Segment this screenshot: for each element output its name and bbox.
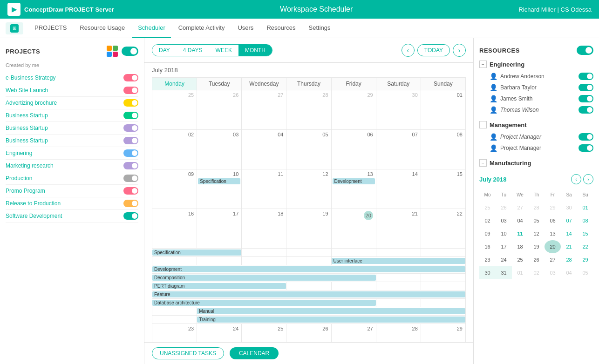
project-toggle[interactable] <box>123 112 138 119</box>
calendar-cell[interactable]: 26 <box>197 90 242 130</box>
project-name[interactable]: e-Business Strategy <box>6 74 55 81</box>
calendar-cell[interactable]: 15 <box>421 169 465 209</box>
unassigned-tasks-button[interactable]: UNASSIGNED TASKS <box>152 347 224 359</box>
prev-button[interactable]: ‹ <box>402 44 415 57</box>
mini-calendar-cell[interactable]: 11 <box>512 227 528 240</box>
mini-calendar-cell[interactable]: 01 <box>512 266 528 279</box>
nav-projects[interactable]: PROJECTS <box>29 19 72 38</box>
mini-calendar-cell[interactable]: 01 <box>577 201 593 214</box>
calendar-cell[interactable]: 22 <box>421 209 465 249</box>
mini-prev-button[interactable]: ‹ <box>571 174 581 184</box>
calendar-cell[interactable]: 21 <box>376 209 421 249</box>
view-day[interactable]: DAY <box>152 45 177 56</box>
project-toggle[interactable] <box>123 187 138 195</box>
mini-calendar-cell[interactable]: 19 <box>528 240 545 253</box>
mini-calendar-cell[interactable]: 05 <box>577 266 593 279</box>
calendar-cell[interactable]: 05 <box>286 130 331 169</box>
calendar-cell[interactable]: 24 <box>197 324 242 343</box>
calendar-cell[interactable]: 10Specification <box>197 169 242 209</box>
calendar-cell[interactable]: 09 <box>152 169 197 209</box>
project-toggle[interactable] <box>123 149 138 157</box>
project-name[interactable]: Release to Production <box>6 200 61 207</box>
calendar-cell[interactable]: 29 <box>331 90 376 130</box>
project-name[interactable]: Business Startup <box>6 137 48 144</box>
mini-calendar-cell[interactable]: 24 <box>496 253 512 266</box>
mini-calendar-cell[interactable]: 09 <box>479 227 496 240</box>
calendar-cell[interactable]: 29 <box>421 324 465 343</box>
mini-next-button[interactable]: › <box>583 174 593 184</box>
mini-calendar-cell[interactable]: 28 <box>561 253 577 266</box>
mini-calendar-cell[interactable]: 16 <box>479 240 496 253</box>
calendar-cell[interactable]: 06 <box>331 130 376 169</box>
view-month[interactable]: MONTH <box>238 45 272 56</box>
mini-calendar-cell[interactable]: 06 <box>545 214 561 227</box>
project-toggle[interactable] <box>123 200 138 207</box>
calendar-cell[interactable]: 18 <box>242 209 286 249</box>
mini-calendar-cell[interactable]: 31 <box>496 266 512 279</box>
project-toggle[interactable] <box>123 124 138 132</box>
mini-calendar-cell[interactable]: 14 <box>561 227 577 240</box>
project-name[interactable]: Marketing research <box>6 162 54 169</box>
calendar-cell[interactable]: 04 <box>242 130 286 169</box>
collapse-button[interactable]: − <box>479 61 487 68</box>
mini-calendar-cell[interactable]: 29 <box>545 201 561 214</box>
calendar-cell[interactable]: 30 <box>376 90 421 130</box>
project-name[interactable]: Business Startup <box>6 112 48 119</box>
project-toggle[interactable] <box>123 87 138 94</box>
mini-calendar-cell[interactable]: 05 <box>528 214 545 227</box>
mini-calendar-cell[interactable]: 30 <box>561 201 577 214</box>
mini-calendar-cell[interactable]: 23 <box>479 253 496 266</box>
mini-calendar-cell[interactable]: 13 <box>545 227 561 240</box>
project-name[interactable]: Advertizing brochure <box>6 100 57 106</box>
project-name[interactable]: Business Startup <box>6 125 48 131</box>
calendar-cell[interactable]: 11 <box>242 169 286 209</box>
project-toggle[interactable] <box>123 175 138 182</box>
project-toggle[interactable] <box>123 74 138 81</box>
view-week[interactable]: WEEK <box>209 45 238 56</box>
mini-calendar-cell[interactable]: 12 <box>528 227 545 240</box>
calendar-cell[interactable]: 02 <box>152 130 197 169</box>
mini-calendar-cell[interactable]: 07 <box>561 214 577 227</box>
mini-calendar-cell[interactable]: 26 <box>528 253 545 266</box>
mini-calendar-cell[interactable]: 02 <box>528 266 545 279</box>
nav-projects-box[interactable]: ⊞ <box>6 22 23 34</box>
calendar-cell[interactable]: 23 <box>152 324 197 343</box>
project-toggle[interactable] <box>123 212 138 220</box>
mini-calendar-cell[interactable]: 18 <box>512 240 528 253</box>
nav-scheduler[interactable]: Scheduler <box>132 19 171 38</box>
calendar-cell[interactable]: 17 <box>197 209 242 249</box>
resource-toggle[interactable] <box>579 144 593 152</box>
calendar-cell[interactable]: 20 <box>331 209 376 249</box>
calendar-cell[interactable]: 13Development <box>331 169 376 209</box>
project-toggle[interactable] <box>123 162 138 169</box>
mini-calendar-cell[interactable]: 26 <box>496 201 512 214</box>
projects-toggle[interactable] <box>122 47 138 56</box>
calendar-cell[interactable]: 25 <box>152 90 197 130</box>
calendar-cell[interactable]: 28 <box>376 324 421 343</box>
mini-calendar-cell[interactable]: 30 <box>479 266 496 279</box>
mini-calendar-cell[interactable]: 03 <box>545 266 561 279</box>
mini-calendar-cell[interactable]: 27 <box>512 201 528 214</box>
today-button[interactable]: TODAY <box>417 44 450 56</box>
mini-calendar-cell[interactable]: 04 <box>561 266 577 279</box>
project-name[interactable]: Web Site Launch <box>6 87 48 94</box>
calendar-cell[interactable]: 08 <box>421 130 465 169</box>
next-button[interactable]: › <box>453 44 466 57</box>
nav-settings[interactable]: Settings <box>303 19 336 38</box>
resources-toggle[interactable] <box>577 46 593 55</box>
nav-resource-usage[interactable]: Resource Usage <box>74 19 130 38</box>
calendar-cell[interactable]: 07 <box>376 130 421 169</box>
mini-calendar-cell[interactable]: 21 <box>561 240 577 253</box>
nav-complete-activity[interactable]: Complete Activity <box>173 19 231 38</box>
nav-users[interactable]: Users <box>232 19 259 38</box>
view-4days[interactable]: 4 DAYS <box>177 45 209 56</box>
mini-calendar-cell[interactable]: 02 <box>479 214 496 227</box>
project-name[interactable]: Promo Program <box>6 188 45 194</box>
project-name[interactable]: Software Development <box>6 213 62 219</box>
mini-calendar-cell[interactable]: 08 <box>577 214 593 227</box>
calendar-cell[interactable]: 16 <box>152 209 197 249</box>
calendar-button[interactable]: CALENDAR <box>230 347 279 359</box>
calendar-cell[interactable]: 01 <box>421 90 465 130</box>
mini-calendar-cell[interactable]: 03 <box>496 214 512 227</box>
nav-resources[interactable]: Resources <box>261 19 301 38</box>
